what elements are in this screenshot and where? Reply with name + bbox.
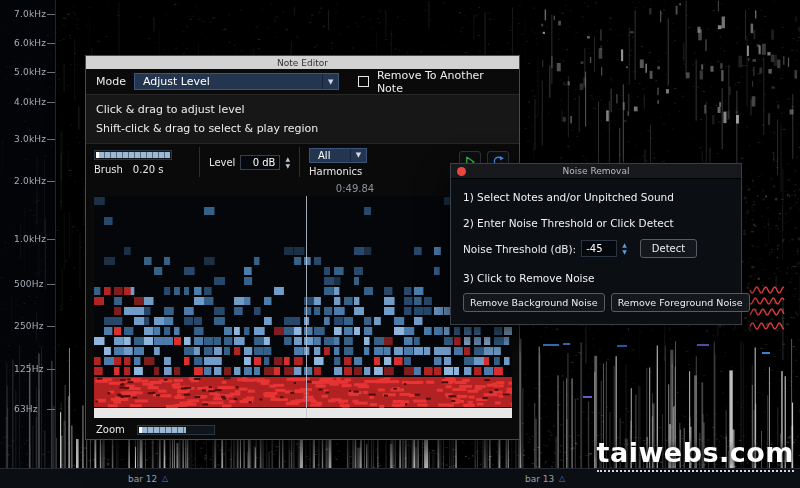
brush-slider[interactable] — [94, 150, 172, 160]
harmonics-control: All ▼ Harmonics — [309, 148, 367, 177]
step-1-text: 1) Select Notes and/or Unpitched Sound — [463, 191, 729, 203]
frequency-axis: 7.0kHz 6.0kHz 5.0kHz 4.0kHz 3.0kHz 2.0kH… — [0, 0, 55, 488]
bar-marker-icon[interactable]: △ — [162, 474, 168, 483]
freq-label: 1.0kHz — [14, 234, 46, 244]
help-line-2: Shift-click & drag to select & play regi… — [96, 119, 509, 138]
bar-label: bar 13 — [525, 474, 554, 484]
noise-removal-title: Noise Removal — [451, 166, 741, 176]
noise-removal-titlebar[interactable]: Noise Removal — [451, 164, 741, 179]
mode-label: Mode — [96, 75, 126, 88]
detect-button[interactable]: Detect — [640, 239, 697, 258]
level-label: Level — [209, 157, 235, 168]
mode-row: Mode Adjust Level ▼ Remove To Another No… — [86, 69, 519, 94]
app-window: 7.0kHz 6.0kHz 5.0kHz 4.0kHz 3.0kHz 2.0kH… — [0, 0, 800, 488]
freq-label: 250Hz — [14, 321, 44, 331]
step-3-text: 3) Click to Remove Noise — [463, 272, 729, 284]
chevron-down-icon: ▼ — [350, 149, 366, 162]
help-text-panel: Click & drag to adjust level Shift-click… — [86, 94, 519, 144]
stepper-up-icon[interactable]: ▲ — [285, 156, 290, 162]
remove-background-noise-button[interactable]: Remove Background Noise — [463, 293, 605, 312]
zoom-label: Zoom — [96, 424, 125, 435]
mode-value: Adjust Level — [135, 75, 322, 88]
brush-label: Brush — [94, 164, 123, 175]
step-2-text: 2) Enter Noise Threshold or Click Detect — [463, 217, 729, 229]
brush-control: Brush 0.20 s — [94, 150, 190, 175]
remove-checkbox-label: Remove To Another Note — [377, 69, 509, 95]
remove-to-another-note-checkbox[interactable] — [358, 76, 369, 87]
stepper-down-icon[interactable]: ▼ — [285, 163, 290, 169]
stepper-down-icon[interactable]: ▼ — [622, 249, 627, 255]
threshold-row: Noise Threshold (dB): -45 ▲ ▼ Detect — [463, 239, 729, 258]
brush-value: 0.20 s — [133, 164, 164, 175]
noise-removal-body: 1) Select Notes and/or Unpitched Sound 2… — [451, 179, 741, 324]
noise-threshold-input[interactable]: -45 — [581, 240, 617, 257]
close-button[interactable] — [457, 167, 466, 176]
level-input[interactable]: 0 dB — [240, 155, 280, 170]
brush-slider-fill — [99, 152, 170, 158]
freq-label: 2.0kHz — [14, 176, 46, 186]
freq-label: 63Hz — [14, 404, 38, 414]
harmonics-value: All — [310, 150, 350, 161]
freq-label: 500Hz — [14, 279, 44, 289]
divider — [299, 147, 300, 177]
bar-label: bar 12 — [128, 474, 157, 484]
freq-label: 5.0kHz — [14, 67, 46, 77]
help-line-1: Click & drag to adjust level — [96, 100, 509, 119]
remove-foreground-noise-button[interactable]: Remove Foreground Noise — [611, 293, 750, 312]
chevron-down-icon: ▼ — [322, 74, 338, 89]
noise-removal-window: Noise Removal 1) Select Notes and/or Unp… — [450, 163, 742, 325]
freq-label: 7.0kHz — [14, 9, 46, 19]
level-control: Level 0 dB ▲ ▼ — [209, 155, 290, 170]
note-editor-title: Note Editor — [277, 58, 328, 68]
remove-buttons-row: Remove Background Noise Remove Foregroun… — [463, 293, 729, 312]
divider — [199, 147, 200, 177]
zoom-slider[interactable] — [137, 425, 215, 435]
threshold-stepper[interactable]: ▲ ▼ — [622, 242, 627, 255]
watermark: taiwebs.com — [597, 437, 794, 472]
note-editor-titlebar[interactable]: Note Editor — [86, 56, 519, 69]
threshold-label: Noise Threshold (dB): — [463, 243, 576, 255]
freq-label: 3.0kHz — [14, 134, 46, 144]
bar-marker-icon[interactable]: △ — [559, 474, 565, 483]
zoom-slider-fill — [142, 427, 186, 433]
freq-label: 6.0kHz — [14, 38, 46, 48]
freq-label: 125Hz — [14, 364, 44, 374]
zoom-control: Zoom — [86, 418, 519, 441]
mode-dropdown[interactable]: Adjust Level ▼ — [134, 73, 339, 90]
level-stepper[interactable]: ▲ ▼ — [285, 156, 290, 169]
harmonics-label: Harmonics — [309, 166, 367, 177]
freq-label: 4.0kHz — [14, 97, 46, 107]
harmonics-dropdown[interactable]: All ▼ — [309, 148, 367, 163]
